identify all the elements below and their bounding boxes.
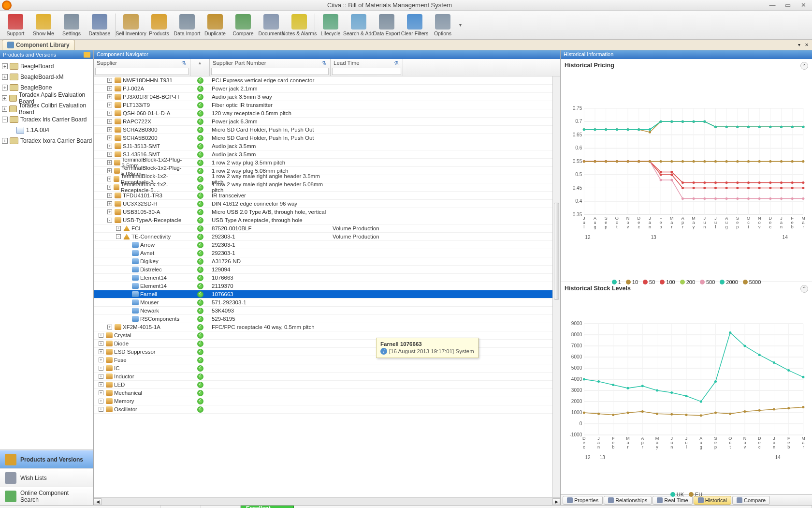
ribbon-overflow-icon[interactable]: ▾ — [457, 22, 463, 28]
expand-icon[interactable]: + — [107, 160, 112, 165]
nav-products-and-versions[interactable]: Products and Versions — [0, 450, 93, 468]
grid-row[interactable]: Farnell 1076663 — [94, 290, 560, 299]
grid-row[interactable]: +SJ1-3513-SMT Audio jack 3.5mm — [94, 142, 560, 150]
grid-row[interactable]: +XF2M-4015-1A FFC/FPC receptacle 40 way,… — [94, 323, 560, 331]
ribbon-data-export[interactable]: Data Export — [373, 12, 400, 39]
expand-icon[interactable]: + — [107, 144, 112, 149]
grid-row[interactable]: +Mechanical — [94, 389, 560, 397]
grid-row[interactable]: +PLT133/T9 Fiber optic IR transmitter — [94, 101, 560, 109]
grid-row[interactable]: +Inductor — [94, 373, 560, 381]
grid-row[interactable]: +Crystal — [94, 331, 560, 340]
products-tree[interactable]: +BeagleBoard+BeagleBoard-xM+BeagleBone+T… — [0, 59, 93, 449]
ribbon-support[interactable]: Support — [2, 12, 29, 39]
grid-row[interactable]: RSComponents 529-8195 — [94, 315, 560, 323]
expand-icon[interactable]: + — [107, 86, 112, 91]
expand-icon[interactable]: + — [107, 78, 112, 83]
stock-chart[interactable]: -100001000200030004000500060007000800090… — [565, 294, 808, 489]
expand-icon[interactable]: + — [2, 106, 7, 112]
scrollbar-thumb[interactable] — [554, 203, 559, 299]
grid-row[interactable]: Arrow 292303-1 — [94, 241, 560, 249]
ribbon-duplicate[interactable]: Duplicate — [202, 12, 229, 39]
expand-icon[interactable]: + — [2, 95, 7, 101]
grid-row[interactable]: +TFDU4101-TR3 IR transceiver — [94, 192, 560, 200]
filter-icon[interactable]: ⚗ — [394, 60, 400, 66]
expand-icon[interactable]: + — [99, 358, 103, 362]
ribbon-notes-alarms[interactable]: Notes & Alarms — [286, 12, 313, 39]
expand-icon[interactable]: + — [2, 74, 8, 80]
ribbon-clear-filters[interactable]: Clear Filters — [401, 12, 428, 39]
part-filter-input[interactable] — [211, 68, 329, 75]
tree-node[interactable]: +BeagleBoard-xM — [1, 72, 92, 82]
ribbon-documents[interactable]: Documents — [258, 12, 285, 39]
grid-row[interactable]: +Fuse — [94, 356, 560, 364]
expand-icon[interactable]: + — [107, 127, 112, 132]
filter-icon[interactable]: ⚗ — [181, 60, 187, 66]
tab-close-icon[interactable]: ✕ — [803, 41, 810, 48]
ribbon-database[interactable]: Database — [86, 12, 113, 39]
scroll-left-icon[interactable]: ◀ — [94, 498, 102, 505]
grid-row[interactable]: +TerminalBlock-1x2-Receptacle-5.... 1 ro… — [94, 183, 560, 192]
expand-icon[interactable]: + — [99, 341, 103, 346]
expand-icon[interactable]: + — [99, 390, 103, 395]
grid-row[interactable]: Avnet 292303-1 — [94, 249, 560, 257]
filter-icon[interactable]: ⚗ — [321, 60, 327, 66]
grid-row[interactable]: Digikey A31726-ND — [94, 257, 560, 266]
grid-row[interactable]: +QSH-060-01-L-D-A 120 way receptacle 0.5… — [94, 109, 560, 118]
expand-icon[interactable]: + — [2, 138, 8, 144]
expand-icon[interactable]: - — [116, 234, 121, 239]
tree-child[interactable]: 1.1A.004 — [16, 125, 92, 135]
nav-online-component-search[interactable]: Online Component Search — [0, 487, 93, 505]
ribbon-options[interactable]: Options — [429, 12, 456, 39]
maximize-button[interactable]: ▭ — [781, 1, 795, 10]
grid-row[interactable]: Distrelec 129094 — [94, 266, 560, 274]
grid-row[interactable]: -TE-Connectivity 292303-1 Volume Product… — [94, 233, 560, 241]
grid-row[interactable]: +PJ-002A Power jack 2.1mm — [94, 85, 560, 93]
grid-row[interactable]: Element14 1076663 — [94, 274, 560, 282]
grid-row[interactable]: +SCHA5B0200 Micro SD Card Holder, Push I… — [94, 134, 560, 142]
tree-node[interactable]: −Toradex Iris Carrier Board — [1, 114, 92, 125]
grid-row[interactable]: +IC — [94, 364, 560, 373]
ribbon-search-add[interactable]: Search & Add — [345, 12, 372, 39]
expand-icon[interactable]: + — [107, 103, 112, 107]
expand-icon[interactable]: + — [107, 168, 112, 173]
ribbon-compare[interactable]: Compare — [230, 12, 257, 39]
grid-row[interactable]: -USB-TypeA-Receptacle USB Type A recepta… — [94, 216, 560, 224]
grid-row[interactable]: +RAPC722X Power jack 6.3mm — [94, 118, 560, 126]
expand-icon[interactable]: + — [99, 349, 103, 354]
grid-row[interactable]: +FCI 87520-0010BLF Volume Production — [94, 224, 560, 233]
tree-node[interactable]: +Toradex Colibri Evaluation Board — [1, 104, 92, 114]
grid-row[interactable]: +SCHA2B0300 Micro SD Card Holder, Push I… — [94, 126, 560, 134]
expand-icon[interactable]: + — [116, 226, 121, 231]
expand-icon[interactable]: + — [99, 399, 103, 403]
expand-icon[interactable]: + — [99, 366, 103, 371]
ribbon-products[interactable]: Products — [145, 12, 173, 39]
expand-icon[interactable]: + — [107, 193, 112, 198]
collapse-icon[interactable]: ⌃ — [800, 62, 808, 70]
expand-icon[interactable]: + — [99, 333, 103, 338]
expand-icon[interactable]: - — [107, 218, 112, 223]
expand-icon[interactable]: − — [2, 117, 8, 122]
expand-icon[interactable]: + — [99, 407, 103, 412]
grid-row[interactable]: +Memory — [94, 397, 560, 405]
grid-row[interactable]: +UC3X32SD-H DIN 41612 edge connector 96 … — [94, 200, 560, 208]
grid-row[interactable]: Element14 2119370 — [94, 282, 560, 290]
grid-row[interactable]: +Oscillator — [94, 405, 560, 414]
pricing-chart[interactable]: 0.350.40.450.50.550.60.650.70.75JulAugSe… — [565, 71, 808, 277]
grid-row[interactable]: Mouser 571-292303-1 — [94, 299, 560, 307]
expand-icon[interactable]: + — [107, 185, 111, 190]
grid-row[interactable]: +ESD Suppressor — [94, 348, 560, 356]
expand-icon[interactable]: + — [2, 63, 8, 69]
expand-icon[interactable]: + — [107, 119, 112, 124]
grid-row[interactable]: +PJ3X01RF04B-BGP-H Audio jack 3.5mm 3 wa… — [94, 93, 560, 101]
expand-icon[interactable]: + — [107, 177, 111, 181]
ribbon-show-me[interactable]: Show Me — [30, 12, 57, 39]
expand-icon[interactable]: + — [107, 94, 112, 99]
col-supplier-label[interactable]: Supplier — [97, 60, 117, 66]
grid-row[interactable]: Newark 53K4093 — [94, 307, 560, 315]
ribbon-settings[interactable]: Settings — [58, 12, 85, 39]
nav-wish-lists[interactable]: Wish Lists — [0, 468, 93, 487]
horizontal-scrollbar[interactable]: ◀ ▶ — [94, 497, 560, 505]
expand-icon[interactable]: + — [99, 382, 103, 387]
expand-icon[interactable]: + — [107, 201, 112, 206]
ribbon-lifecycle[interactable]: Lifecycle — [317, 12, 344, 39]
